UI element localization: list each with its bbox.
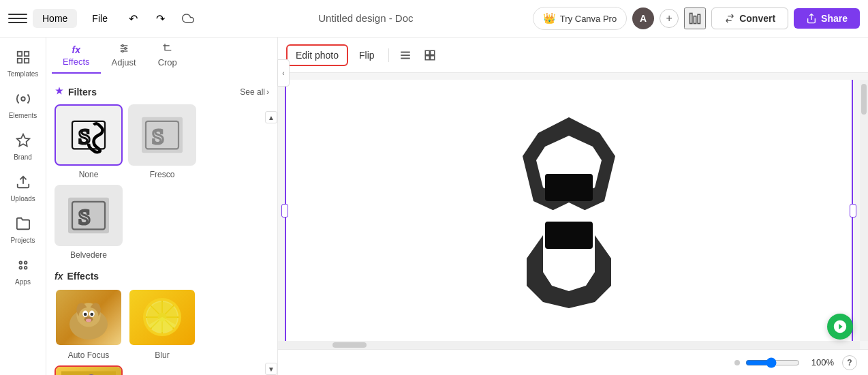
sidebar-item-brand[interactable]: Brand	[3, 126, 44, 168]
avatar[interactable]: A	[632, 7, 654, 29]
sparkle-icon	[55, 86, 64, 97]
sidebar-label-brand: Brand	[14, 153, 32, 161]
effect-blur-label: Blur	[155, 350, 169, 360]
svg-point-9	[19, 262, 22, 265]
position-button[interactable]	[419, 44, 441, 66]
lines-button[interactable]	[394, 44, 416, 66]
effects-tab-icon: fx	[72, 44, 80, 55]
filter-fresco[interactable]: S Fresco	[128, 104, 196, 179]
svg-point-7	[21, 97, 25, 101]
cloud-save-button[interactable]	[177, 7, 199, 29]
svg-rect-0	[690, 14, 692, 24]
document-title: Untitled design - Doc	[318, 12, 413, 24]
horizontal-scrollbar[interactable]	[278, 341, 860, 349]
file-button[interactable]: File	[82, 9, 117, 28]
sidebar-item-templates[interactable]: Templates	[3, 43, 44, 85]
add-collaborator-button[interactable]: +	[660, 9, 679, 28]
svg-rect-1	[694, 16, 696, 24]
canva-assist-button[interactable]	[827, 314, 853, 340]
undo-button[interactable]: ↶	[123, 7, 144, 29]
tab-effects[interactable]: fx Effects	[52, 39, 101, 74]
elements-icon	[16, 91, 31, 110]
zoom-controls	[734, 357, 800, 368]
filter-fresco-label: Fresco	[150, 170, 175, 179]
canvas-logo[interactable]	[501, 100, 637, 321]
sidebar-label-templates: Templates	[7, 70, 39, 78]
edit-photo-button[interactable]: Edit photo	[286, 44, 348, 66]
svg-text:S: S	[78, 125, 91, 149]
svg-marker-8	[16, 134, 29, 146]
effect-duotone[interactable]: Duotone	[55, 365, 123, 375]
effect-autofocus[interactable]: Auto Focus	[55, 288, 123, 360]
chart-button[interactable]	[684, 7, 706, 29]
zoom-level: 100%	[808, 357, 834, 368]
filter-belvedere-label: Belvedere	[70, 250, 107, 260]
brand-icon	[16, 133, 31, 151]
sidebar-item-projects[interactable]: Projects	[3, 209, 44, 251]
panel-tabs: fx Effects Adjust Crop	[46, 38, 277, 75]
templates-icon	[16, 50, 31, 68]
svg-point-17	[124, 48, 126, 50]
svg-point-12	[24, 267, 27, 269]
panel-scroll-down[interactable]: ▼	[265, 363, 277, 375]
svg-point-18	[121, 50, 123, 52]
adjust-tab-icon	[119, 43, 129, 56]
svg-rect-2	[698, 14, 700, 23]
panel: fx Effects Adjust Crop ▲	[46, 38, 278, 375]
svg-rect-3	[17, 52, 21, 56]
sidebar-label-uploads: Uploads	[10, 195, 35, 202]
crown-icon: 👑	[543, 12, 556, 25]
filter-none[interactable]: S None	[55, 104, 123, 179]
svg-point-31	[79, 308, 99, 325]
flip-button[interactable]: Flip	[351, 46, 383, 65]
sidebar-item-uploads[interactable]: Uploads	[3, 168, 44, 209]
vertical-scrollbar[interactable]	[860, 80, 868, 341]
svg-point-16	[121, 45, 123, 47]
top-navbar: Home File ↶ ↷ Untitled design - Doc 👑 Tr…	[0, 0, 868, 38]
svg-rect-4	[24, 52, 28, 56]
filter-grid: S None S Fresco	[55, 104, 269, 260]
share-button[interactable]: Share	[794, 8, 860, 29]
panel-scroll-up[interactable]: ▲	[265, 111, 277, 123]
tab-adjust[interactable]: Adjust	[101, 38, 147, 74]
tab-crop[interactable]: Crop	[147, 38, 188, 74]
main-layout: Templates Elements Brand Uploads Project…	[0, 38, 868, 375]
sidebar-item-apps[interactable]: Apps	[3, 251, 44, 292]
crop-tab-label: Crop	[158, 57, 177, 68]
effect-autofocus-thumb[interactable]	[55, 288, 123, 346]
filters-section-header: Filters See all ›	[55, 86, 269, 97]
hamburger-menu[interactable]	[8, 9, 27, 28]
sidebar-label-apps: Apps	[15, 278, 31, 286]
redo-button[interactable]: ↷	[150, 7, 172, 29]
filter-belvedere-thumb[interactable]: S	[55, 185, 123, 246]
filter-belvedere[interactable]: S Belvedere	[55, 185, 123, 260]
uploads-icon	[16, 175, 31, 193]
zoom-slider[interactable]	[745, 357, 800, 368]
sidebar-item-elements[interactable]: Elements	[3, 85, 44, 126]
svg-rect-54	[430, 50, 434, 55]
canvas-area[interactable]: 100% ?	[278, 73, 868, 375]
effect-duotone-thumb[interactable]	[55, 365, 123, 375]
effect-blur[interactable]: Blur	[128, 288, 196, 360]
convert-button[interactable]: Convert	[711, 7, 788, 29]
lemon-image	[129, 290, 195, 345]
help-button[interactable]: ?	[842, 355, 857, 370]
home-button[interactable]: Home	[33, 9, 77, 28]
svg-point-34	[84, 313, 87, 316]
filter-fresco-thumb[interactable]: S	[128, 104, 196, 166]
filters-see-all[interactable]: See all ›	[240, 87, 269, 97]
svg-rect-55	[425, 55, 429, 59]
zoom-dot	[734, 360, 740, 365]
effect-blur-thumb[interactable]	[128, 288, 196, 346]
svg-point-35	[90, 313, 93, 316]
filter-none-thumb[interactable]: S	[55, 104, 123, 166]
projects-icon	[16, 216, 31, 235]
filters-title: Filters	[55, 86, 97, 97]
collapse-panel-button[interactable]: ‹	[277, 59, 290, 87]
vertical-scrollbar-thumb[interactable]	[861, 84, 867, 115]
try-pro-button[interactable]: 👑 Try Canva Pro	[533, 7, 627, 30]
toolbar-separator	[388, 48, 389, 62]
effects-grid: Auto Focus	[55, 288, 269, 375]
chevron-right-icon: ›	[266, 87, 269, 97]
horizontal-scrollbar-thumb[interactable]	[332, 342, 367, 348]
